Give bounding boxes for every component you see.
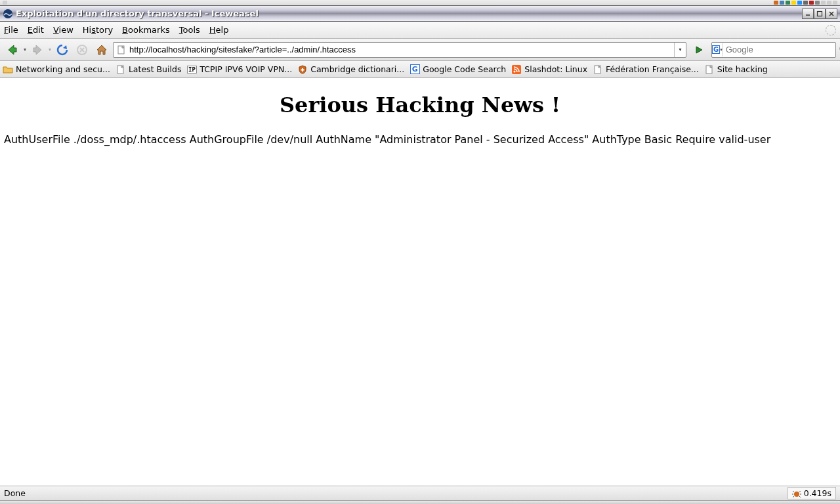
bookmark-item[interactable]: GGoogle Code Search: [410, 64, 506, 75]
menu-bookmarks[interactable]: Bookmarks: [122, 25, 170, 35]
gcode-icon: G: [410, 64, 420, 75]
svg-rect-13: [301, 69, 304, 70]
svg-line-23: [793, 496, 794, 497]
activity-throbber: [826, 25, 836, 35]
menu-bar: File Edit View History Bookmarks Tools H…: [0, 22, 840, 39]
bookmark-label: Site hacking: [717, 64, 768, 74]
shield-icon: [297, 64, 308, 75]
firebug-icon[interactable]: [792, 489, 801, 498]
page-body-text: AuthUserFile ./doss_mdp/.htaccess AuthGr…: [4, 133, 836, 146]
page-icon: [116, 64, 126, 75]
window-title: Exploitation d'un directory transversal …: [16, 9, 802, 18]
forward-dropdown[interactable]: ▾: [49, 47, 51, 52]
bookmark-item[interactable]: IPTCPIP IPV6 VOIP VPN...: [186, 64, 292, 75]
folder-icon: [3, 64, 13, 75]
page-content: Serious Hacking News ! AuthUserFile ./do…: [0, 78, 840, 486]
search-engine-icon[interactable]: G▾: [712, 43, 723, 56]
stop-button[interactable]: [74, 41, 91, 58]
search-box[interactable]: G▾: [711, 42, 836, 58]
menu-help[interactable]: Help: [209, 25, 229, 35]
svg-line-24: [799, 496, 801, 497]
bookmark-item[interactable]: Site hacking: [704, 64, 768, 75]
svg-point-18: [794, 492, 799, 497]
reload-button[interactable]: [54, 41, 71, 58]
svg-point-15: [514, 70, 516, 72]
page-icon: [704, 64, 715, 75]
menu-file[interactable]: File: [4, 25, 18, 35]
url-input[interactable]: [129, 45, 674, 54]
forward-button[interactable]: [29, 41, 46, 58]
svg-rect-2: [818, 11, 822, 16]
go-button[interactable]: [692, 43, 706, 57]
search-input[interactable]: [723, 45, 839, 54]
menu-tools[interactable]: Tools: [179, 25, 200, 35]
bookmark-item[interactable]: Latest Builds: [116, 64, 182, 75]
bookmark-label: Slashdot: Linux: [524, 64, 587, 74]
maximize-button[interactable]: [814, 9, 826, 19]
svg-line-19: [793, 491, 794, 492]
window-title-bar: Exploitation d'un directory transversal …: [0, 6, 840, 22]
status-timing-value: 0.419s: [804, 488, 831, 498]
page-heading: Serious Hacking News !: [4, 93, 836, 117]
url-bar[interactable]: ▾: [113, 42, 686, 58]
page-icon: [593, 64, 603, 75]
bookmark-label: Fédération Française...: [606, 64, 699, 74]
bookmark-label: Google Code Search: [423, 64, 506, 74]
bookmarks-toolbar: Networking and secu...Latest BuildsIPTCP…: [0, 61, 840, 78]
minimize-button[interactable]: [802, 9, 814, 19]
bookmark-label: Cambridge dictionari...: [310, 64, 404, 74]
page-favicon-icon: [116, 45, 127, 55]
svg-line-20: [799, 491, 801, 492]
bookmark-label: TCPIP IPV6 VOIP VPN...: [200, 64, 292, 74]
ip-icon: IP: [186, 64, 197, 75]
bookmark-item[interactable]: Networking and secu...: [3, 64, 110, 75]
bookmark-item[interactable]: Cambridge dictionari...: [297, 64, 404, 75]
status-timing: 0.419s: [788, 487, 836, 499]
menu-edit[interactable]: Edit: [28, 25, 44, 35]
url-history-dropdown[interactable]: ▾: [674, 43, 686, 57]
status-text: Done: [4, 488, 788, 498]
back-dropdown[interactable]: ▾: [24, 47, 26, 52]
bookmark-item[interactable]: Slashdot: Linux: [511, 64, 587, 75]
menu-history[interactable]: History: [83, 25, 113, 35]
iceweasel-icon: [3, 9, 13, 19]
close-button[interactable]: [826, 9, 837, 19]
status-bar: Done 0.419s: [0, 486, 840, 500]
navigation-toolbar: ▾ ▾ ▾ G▾: [0, 39, 840, 61]
system-tray: [0, 0, 840, 6]
os-taskbar: [0, 500, 840, 504]
bookmark-label: Networking and secu...: [16, 64, 110, 74]
menu-view[interactable]: View: [53, 25, 74, 35]
home-button[interactable]: [93, 41, 110, 58]
rss-icon: [511, 64, 522, 75]
bookmark-label: Latest Builds: [129, 64, 182, 74]
bookmark-item[interactable]: Fédération Française...: [593, 64, 699, 75]
back-button[interactable]: [4, 41, 21, 58]
